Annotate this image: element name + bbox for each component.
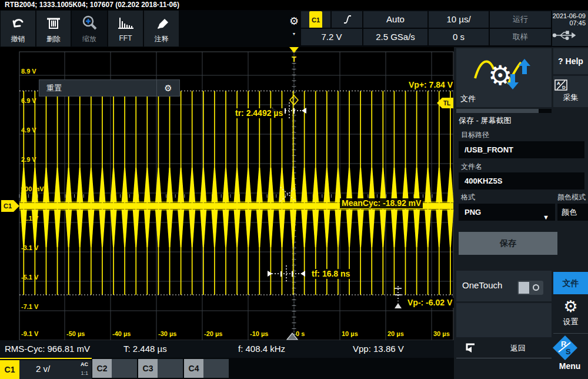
save-button[interactable]: 保存 — [459, 232, 557, 255]
empty-menu-row — [456, 303, 552, 337]
colormode-label: 颜色模式 — [557, 192, 586, 202]
undo-button[interactable]: 撤销 — [1, 11, 35, 46]
toggle-off-ring — [533, 284, 539, 291]
sample-rate-cell[interactable]: 2.5 GSa/s — [363, 29, 427, 45]
file-menu-icon: ⚙ — [472, 52, 542, 93]
settings-button[interactable]: ⚙ 设置 — [553, 297, 588, 334]
ad-converter-icon: A D — [553, 79, 569, 92]
back-label: 返回 — [510, 343, 526, 354]
meas-frequency: f: 408.4 kHz — [238, 344, 285, 354]
annotation-vp-minus: Vp-: -6.02 V — [406, 298, 454, 308]
trigger-slope-cell[interactable] — [332, 11, 362, 28]
waveform-display[interactable]: T — [0, 47, 454, 340]
time-text: 07:45 — [552, 19, 586, 26]
run-state-cell[interactable]: 运行 — [490, 11, 551, 28]
reset-button[interactable]: 重置 — [39, 83, 156, 94]
x-axis-label: 0 s — [296, 330, 305, 337]
channel-tabs: C1 2 v/ AC 1:1 C2 C3 C4 — [0, 358, 454, 379]
channel1-tab-badge: C1 — [0, 360, 19, 379]
file-nav-button[interactable]: 文件 — [553, 272, 588, 294]
format-label: 格式 — [461, 192, 475, 202]
svg-text:TL: TL — [443, 100, 450, 107]
vp-minus-cursor — [395, 286, 402, 308]
return-arrow-icon — [462, 342, 476, 354]
channel1-offset-marker[interactable]: C1 — [1, 200, 19, 212]
trash-icon — [36, 14, 71, 32]
trigger-mode-cell[interactable]: Auto — [363, 11, 427, 28]
svg-text:A: A — [557, 81, 560, 86]
acquire-label: 采集 — [553, 92, 588, 103]
reset-overlay-bar[interactable]: 重置 ⚙ — [39, 79, 180, 97]
y-axis-label: -5.1 V — [21, 274, 38, 281]
horizontal-position-cell[interactable]: 0 s — [429, 29, 489, 45]
menu-button[interactable]: R S Menu — [552, 333, 588, 379]
dialog-title: 保存 - 屏幕截图 — [459, 115, 512, 126]
settings-label: 设置 — [553, 317, 588, 327]
trigger-level-cell[interactable]: 7.2 V — [301, 29, 362, 45]
channel-badge: C1 — [309, 11, 322, 28]
tab-channel1[interactable]: C1 2 v/ AC 1:1 — [0, 358, 92, 379]
date-text: 2021-06-09 — [552, 12, 586, 19]
y-axis-label: -7.1 V — [21, 303, 38, 310]
usb-icon — [552, 30, 576, 41]
chevron-down-icon: ▼ — [287, 32, 301, 36]
path-label: 目标路径 — [461, 130, 489, 140]
channel3-tab-badge: C3 — [138, 359, 158, 378]
x-axis-label: -30 µs — [158, 330, 176, 337]
onetouch-row: OneTouch — [456, 271, 552, 301]
onetouch-toggle[interactable] — [517, 281, 543, 295]
y-axis-label: 8.9 V — [21, 68, 36, 75]
channel2-tab-badge: C2 — [92, 359, 112, 378]
svg-text:⚙: ⚙ — [488, 60, 512, 91]
meas-period: T: 2.448 µs — [123, 344, 167, 354]
rising-slope-icon — [332, 11, 362, 28]
path-field[interactable]: /USB_FRONT — [459, 141, 584, 158]
help-button[interactable]: ? Help — [553, 48, 588, 74]
side-menu-panel: ⚙ 文件 ? Help A D 采集 保存 - 屏幕截图 目标路径 /USB_F… — [454, 47, 588, 379]
undo-icon — [1, 14, 35, 32]
channel1-probe: 1:1 — [81, 370, 88, 376]
filename-label: 文件名 — [461, 162, 482, 172]
channel1-scale: 2 v/ — [36, 364, 50, 374]
format-dropdown[interactable]: PNG ▼ — [459, 204, 555, 221]
acquire-button[interactable]: A D 采集 — [553, 76, 588, 107]
timebase-cell[interactable]: 10 µs/ — [429, 11, 489, 28]
colormode-field[interactable]: 颜色 — [557, 204, 588, 221]
y-axis-label: 6.9 V — [21, 97, 36, 104]
file-menu-tile[interactable]: ⚙ 文件 — [456, 48, 552, 107]
fft-button[interactable]: FFT — [108, 11, 143, 46]
channel1-coupling: AC — [81, 361, 88, 367]
onetouch-label: OneTouch — [462, 280, 502, 290]
annotation-mean-cyc: MeanCyc: -18.92 mV — [340, 198, 423, 208]
svg-text:S: S — [566, 347, 571, 356]
gear-icon[interactable]: ⚙ — [156, 80, 179, 96]
svg-text:C1: C1 — [4, 202, 12, 210]
meas-rms: RMS-Cyc: 966.81 mV — [5, 344, 90, 354]
toolbar-gear-button[interactable]: ⚙ ▼ — [287, 15, 301, 38]
rohde-schwarz-logo: R S — [552, 334, 579, 361]
channel4-tab-badge: C4 — [184, 359, 203, 378]
filename-field[interactable]: 400KHZ5S — [459, 172, 584, 190]
menu-label: Menu — [552, 361, 588, 371]
y-axis-label: -1.1 V — [21, 215, 38, 222]
trigger-source-cell[interactable]: C1 — [301, 11, 330, 28]
acquisition-mode-cell[interactable]: 取样 — [490, 29, 551, 45]
toolbar: 撤销 删除 缩放 FFT 注释 ⚙ — [0, 10, 588, 47]
menu-scrollbar[interactable] — [456, 109, 552, 113]
back-button[interactable]: 返回 — [456, 338, 552, 358]
y-axis-label: 2.9 V — [21, 156, 36, 163]
pencil-icon — [144, 14, 179, 32]
annotate-button[interactable]: 注释 — [144, 11, 179, 46]
x-axis-label: 30 µs — [433, 330, 450, 337]
gear-icon: ⚙ — [553, 297, 588, 317]
measurement-results-bar: RMS-Cyc: 966.81 mV T: 2.448 µs f: 408.4 … — [0, 340, 454, 358]
zoom-button[interactable]: 缩放 — [72, 11, 107, 46]
x-axis-label: -10 µs — [250, 330, 268, 337]
annotation-vp-plus: Vp+: 7.84 V — [407, 80, 455, 90]
svg-text:D: D — [562, 85, 566, 90]
delete-button[interactable]: 删除 — [36, 11, 71, 46]
y-axis-label: 900 mV — [21, 185, 44, 192]
magnifier-icon — [72, 14, 107, 32]
annotation-rise-time: tr: 2.4492 µs — [233, 108, 285, 118]
window-title: RTB2004; 1333.1005K04; 107607 (02.202 20… — [0, 0, 588, 10]
